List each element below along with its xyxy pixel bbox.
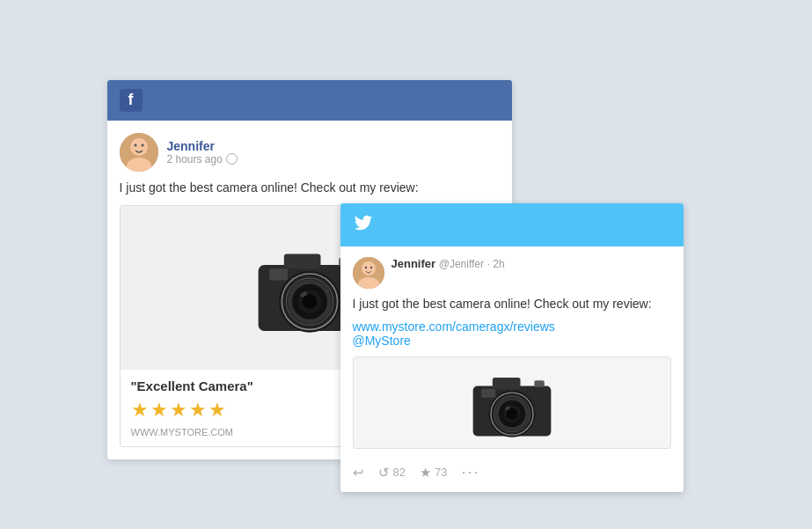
cards-container: f Jennifer xyxy=(107,80,706,450)
twitter-post-text: I just got the best camera online! Check… xyxy=(353,296,671,313)
svg-point-12 xyxy=(302,294,317,309)
more-icon: ··· xyxy=(461,463,479,481)
svg-rect-15 xyxy=(269,268,288,280)
twitter-username: Jennifer xyxy=(391,257,436,270)
star-icon: ★ xyxy=(420,465,431,481)
svg-rect-24 xyxy=(492,378,520,389)
twitter-header xyxy=(340,203,684,246)
avatar xyxy=(120,133,158,172)
retweet-count: 82 xyxy=(393,466,406,479)
reply-button[interactable]: ↩ xyxy=(353,465,364,481)
twitter-handle: @Jeniffer xyxy=(439,258,484,270)
like-count: 73 xyxy=(435,466,447,479)
twitter-user-info: Jennifer @Jeniffer · 2h xyxy=(391,257,505,270)
like-button[interactable]: ★ 73 xyxy=(420,465,447,481)
facebook-username: Jennifer xyxy=(167,139,238,153)
twitter-link2[interactable]: @MyStore xyxy=(353,334,671,348)
svg-rect-32 xyxy=(534,380,544,387)
twitter-link1[interactable]: www.mystore.com/cameragx/reviews xyxy=(353,320,671,334)
facebook-user-info: Jennifer 2 hours ago xyxy=(167,139,238,165)
retweet-icon: ↺ xyxy=(378,465,390,481)
facebook-timestamp: 2 hours ago xyxy=(167,153,238,165)
svg-point-4 xyxy=(141,143,143,146)
retweet-button[interactable]: ↺ 82 xyxy=(378,465,406,481)
twitter-actions: ↩ ↺ 82 ★ 73 ··· xyxy=(353,458,671,481)
facebook-post-text: I just got the best camera online! Check… xyxy=(120,180,500,195)
svg-point-22 xyxy=(369,266,371,268)
more-button[interactable]: ··· xyxy=(461,463,479,481)
twitter-card: Jennifer @Jeniffer · 2h I just got the b… xyxy=(340,203,684,493)
twitter-preview-image xyxy=(353,356,671,449)
svg-point-21 xyxy=(364,266,366,268)
svg-rect-33 xyxy=(481,389,495,398)
twitter-icon xyxy=(353,212,374,238)
globe-icon xyxy=(226,153,238,165)
svg-rect-6 xyxy=(283,254,320,269)
svg-point-1 xyxy=(130,138,148,156)
avatar xyxy=(353,257,384,289)
svg-point-30 xyxy=(506,408,517,420)
svg-point-3 xyxy=(134,143,136,146)
twitter-body: Jennifer @Jeniffer · 2h I just got the b… xyxy=(340,246,684,493)
facebook-header: f xyxy=(107,80,512,121)
reply-icon: ↩ xyxy=(353,465,364,481)
twitter-user-row: Jennifer @Jeniffer · 2h xyxy=(353,257,671,289)
facebook-user-row: Jennifer 2 hours ago xyxy=(120,133,500,172)
facebook-icon: f xyxy=(120,89,143,112)
twitter-time: · 2h xyxy=(487,258,505,270)
svg-point-19 xyxy=(362,261,376,276)
